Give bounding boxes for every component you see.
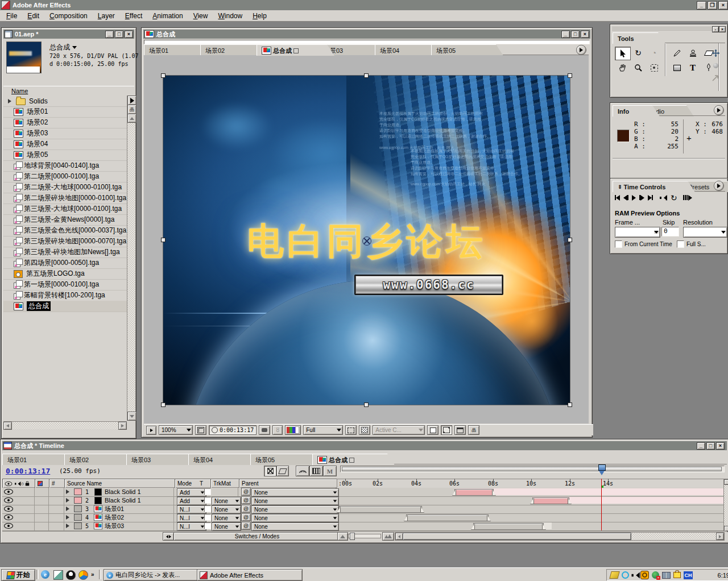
hand-tool[interactable]	[615, 61, 630, 74]
tray-input-icon[interactable]	[609, 571, 619, 579]
view-axis-mode[interactable]	[708, 72, 723, 84]
first-frame-button[interactable]	[615, 195, 620, 201]
timeline-zoom-slider[interactable]	[348, 534, 381, 538]
current-time-display[interactable]: 0:00:13:17	[6, 467, 50, 475]
timeline-button[interactable]	[454, 425, 466, 435]
project-flowchart-button[interactable]: 品	[127, 105, 136, 114]
project-item[interactable]: 第三场景-大地球[0000-0100].tga	[3, 204, 127, 215]
layer-expander[interactable]	[66, 524, 69, 528]
world-axis-mode[interactable]	[708, 59, 723, 72]
selection-handle[interactable]	[364, 402, 369, 407]
zoom-out-mountain-button[interactable]	[337, 532, 348, 541]
audio-button[interactable]: )	[660, 195, 667, 201]
layer-visibility-toggle[interactable]	[4, 506, 13, 512]
zoom-in-mountains-button[interactable]	[382, 532, 394, 541]
project-item[interactable]: 第五场景LOGO.tga	[3, 268, 127, 280]
project-item[interactable]: 场景04	[3, 139, 127, 150]
app-restore-button[interactable]: ❐	[708, 1, 717, 10]
layer-expander[interactable]	[66, 515, 69, 520]
trkmat-column-header[interactable]: TrkMat	[210, 479, 242, 488]
brush-tool[interactable]	[669, 47, 684, 59]
tray-language-indicator[interactable]: CH	[684, 571, 693, 579]
quicklaunch-mediaplayer-icon[interactable]	[78, 570, 88, 580]
project-item[interactable]: 第三场景金色光线[0000-0037].tga	[3, 225, 127, 236]
menu-layer[interactable]: Layer	[93, 11, 120, 21]
type-tool[interactable]: T	[685, 61, 700, 74]
app-close-button[interactable]: ×	[718, 1, 728, 10]
panel-divider-buttons[interactable]	[163, 532, 174, 541]
project-item[interactable]: 第四场景[0000-0050].tga	[3, 258, 127, 269]
expander-icon[interactable]	[8, 99, 11, 103]
draft-3d-button[interactable]	[276, 466, 289, 476]
comp-titlebar[interactable]: 总合成 _ □ ×	[143, 30, 590, 39]
view-layout-button[interactable]	[427, 425, 439, 435]
hscroll-thumb[interactable]	[403, 533, 631, 540]
ram-preview-button[interactable]	[683, 195, 692, 201]
menu-effect[interactable]: Effect	[120, 11, 147, 21]
blend-mode-dropdown[interactable]: N...l	[177, 505, 206, 514]
layer-row[interactable]: 1 Black Solid 1 Add @ None	[2, 488, 723, 497]
layer-visibility-toggle[interactable]	[4, 489, 13, 495]
selection-handle[interactable]	[568, 402, 572, 407]
project-close-button[interactable]: ×	[125, 31, 133, 38]
timeline-horizontal-scrollbar[interactable]	[395, 532, 725, 541]
menu-composition[interactable]: Composition	[44, 11, 93, 21]
tools-tab[interactable]: Tools	[613, 32, 665, 44]
rectangle-mask-tool[interactable]	[669, 61, 684, 74]
timeline-maximize-button[interactable]: □	[706, 442, 715, 450]
pixel-aspect-correction-button[interactable]	[441, 425, 452, 435]
timeline-tab-active[interactable]: 总合成	[312, 454, 395, 465]
snapshot-button[interactable]	[259, 425, 270, 435]
view-3d-dropdown[interactable]: Active C...	[373, 425, 425, 435]
parent-pickwhip[interactable]: @	[241, 505, 251, 513]
parent-column-header[interactable]: Parent	[239, 479, 341, 488]
mode-column-header[interactable]: ModeT	[175, 479, 216, 488]
layer-label-color[interactable]	[74, 488, 82, 495]
next-frame-button[interactable]	[639, 195, 644, 201]
safe-margins-button[interactable]	[195, 425, 206, 435]
skip-input[interactable]: 0	[661, 227, 679, 236]
layer-duration-bar[interactable]	[454, 489, 494, 496]
app-minimize-button[interactable]: _	[697, 1, 706, 10]
tray-security-icon[interactable]	[673, 572, 681, 578]
preserve-transparency-checkbox[interactable]	[204, 522, 211, 529]
rotation-tool[interactable]: ↻	[631, 47, 646, 59]
preserve-transparency-checkbox[interactable]	[204, 505, 211, 512]
pan-behind-tool[interactable]	[647, 61, 661, 74]
parent-dropdown[interactable]: None	[251, 514, 339, 522]
tools-minimize-button[interactable]: -	[712, 26, 719, 32]
project-item[interactable]: 第二场景碎块地图[0000-0100].tga	[3, 193, 127, 204]
play-button[interactable]	[632, 195, 636, 201]
trkmat-dropdown[interactable]: None	[212, 522, 241, 531]
quicklaunch-ie-icon[interactable]: e	[41, 570, 49, 579]
project-item[interactable]: 第三场景-金黄News[0000].tga	[3, 214, 127, 226]
show-channel-button[interactable]	[285, 425, 301, 435]
zoom-tool[interactable]	[631, 61, 646, 74]
layer-duration-bar[interactable]	[532, 497, 569, 504]
layer-duration-bar[interactable]	[473, 523, 544, 530]
ram-resolution-dropdown[interactable]	[683, 227, 727, 238]
tools-close-button[interactable]: ×	[719, 26, 726, 32]
layer-visibility-toggle[interactable]	[4, 514, 13, 520]
blend-mode-dropdown[interactable]: Add	[177, 497, 206, 505]
trkmat-dropdown[interactable]: None	[212, 514, 241, 522]
parent-pickwhip[interactable]: @	[241, 496, 251, 504]
parent-pickwhip[interactable]: @	[241, 522, 251, 530]
comp-image[interactable]: 本视频光盘模板属于火焰动画工坊原创，火焰动画工坊拥有 完全版权，仅属于CG爱好者…	[163, 75, 570, 405]
project-item[interactable]: 场景01	[3, 106, 127, 118]
shy-layers-button[interactable]	[296, 466, 309, 476]
layer-row[interactable]: 5 场景03 N...l None @ None	[2, 522, 723, 531]
orbit-camera-tool[interactable]: ◔	[647, 47, 661, 59]
frame-blend-button[interactable]	[309, 466, 323, 476]
local-axis-mode[interactable]	[708, 47, 723, 59]
parent-dropdown[interactable]: None	[251, 488, 339, 497]
project-comp-name[interactable]: 总合成	[49, 43, 70, 52]
comp-maximize-button[interactable]: □	[571, 31, 580, 38]
tray-lan-icon[interactable]	[662, 572, 671, 579]
menu-animation[interactable]: Animation	[147, 11, 188, 21]
comp-marker-button[interactable]	[264, 466, 276, 476]
project-maximize-button[interactable]: □	[115, 31, 123, 38]
blend-mode-dropdown[interactable]: N...l	[177, 522, 206, 531]
selection-handle[interactable]	[161, 73, 166, 78]
transparency-grid-button[interactable]	[359, 425, 370, 435]
